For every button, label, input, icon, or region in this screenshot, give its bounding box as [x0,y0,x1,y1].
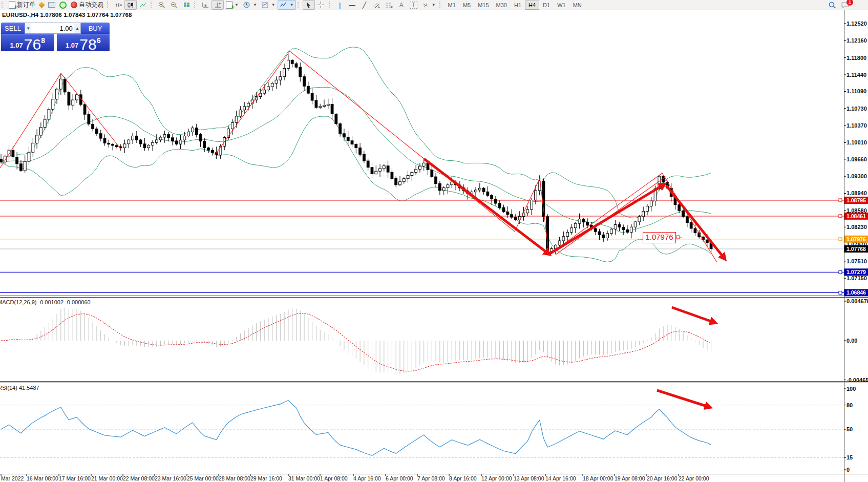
new-chart-icon [226,1,232,9]
buy-price-button[interactable]: 1.07 78 6 [57,34,110,51]
macd-panel[interactable] [0,297,844,381]
volume-input[interactable] [31,23,74,33]
volume-decrease-button[interactable]: ▼ [25,23,31,33]
diamond-icon [38,2,45,8]
tile-windows-icon [182,1,190,9]
rsi-panel[interactable] [0,383,844,474]
text-label-tool[interactable]: T [408,0,419,10]
cursor-icon [305,1,313,9]
line-chart-icon [139,1,147,9]
tile-windows-button[interactable] [180,0,193,10]
clock-icon [243,1,251,9]
toolbar-grip [194,2,197,8]
svg-text:F: F [391,6,393,8]
notification-badge: 1 [846,0,853,6]
chart-shift-icon [214,1,222,9]
indicators-button[interactable]: ▼ [278,0,296,10]
zoom-in-icon [158,1,166,9]
sell-price-button[interactable]: 1.07 76 8 [1,34,54,51]
horizontal-line-tool[interactable]: — [346,0,358,10]
zoom-out-icon [170,1,178,9]
candle-chart-mode-button[interactable] [124,0,137,10]
auto-scroll-button[interactable] [199,0,211,10]
fibonacci-tool[interactable]: F [383,0,395,10]
toolbar-grip [329,2,332,8]
crosshair-tool-button[interactable] [315,0,327,10]
horizontal-line-icon: — [348,1,356,9]
market-watch-button[interactable] [46,0,57,10]
tab-timeframe-w1[interactable]: W1 [554,1,569,10]
new-order-button[interactable]: 新订单 [7,0,37,10]
tab-timeframe-m30[interactable]: M30 [493,1,511,10]
toolbar-grip [439,2,442,8]
tab-timeframe-h1[interactable]: H1 [511,1,525,10]
bar-chart-mode-button[interactable] [112,0,124,10]
volume-stepper: ▼ ▲ [25,23,81,34]
chevron-down-icon: ▼ [235,3,239,7]
tab-timeframe-d1[interactable]: D1 [539,1,554,10]
search-icon[interactable] [828,1,836,9]
time-axis[interactable] [0,474,844,482]
chevron-down-icon: ▼ [432,3,436,7]
rsi-legend: RSI(14) 41.5487 [0,385,39,391]
equidistant-channel-tool[interactable]: E [371,0,383,10]
new-order-label: 新订单 [17,1,35,9]
chevron-down-icon: ▼ [271,3,276,7]
vertical-line-icon: | [336,1,344,9]
main-price-panel[interactable] [0,10,844,296]
trendline-tool[interactable]: ╱ [358,0,371,10]
auto-trading-icon [71,2,77,8]
macd-legend: MACD(12,26,9) -0.001002 -0.000060 [0,299,91,305]
tab-timeframe-m5[interactable]: M5 [459,1,474,10]
price-axis[interactable] [844,10,868,482]
volume-increase-button[interactable]: ▲ [74,23,80,33]
templates-button[interactable]: ▼ [259,0,278,10]
new-order-icon [9,1,15,9]
indicators-icon [280,1,288,9]
sell-price-big: 76 [24,37,41,51]
chat-button[interactable]: 1 [841,1,850,9]
auto-scroll-icon [201,1,209,9]
cursor-tool-button[interactable] [303,0,315,10]
monitor-icon [48,2,55,8]
zoom-out-button[interactable] [168,0,180,10]
top-toolbar: 新订单 自动交易 ▼ ▼ ▼ ▼ | — ╱ E F A T ▼ M1 M5 M… [0,0,868,10]
toolbar-grip [298,2,301,8]
sell-price-sup: 8 [41,36,45,45]
chart-shift-button[interactable] [211,0,224,10]
sell-button[interactable]: SELL [1,23,25,34]
line-chart-mode-button[interactable] [137,0,149,10]
periods-button[interactable]: ▼ [241,0,259,10]
chart-window[interactable] [0,10,868,482]
buy-button[interactable]: BUY [81,23,110,34]
price-callout[interactable]: 1.07976 [643,232,676,243]
auto-trading-button[interactable]: 自动交易 [69,0,105,10]
tab-timeframe-h4[interactable]: H4 [525,1,539,10]
buy-price-big: 78 [79,37,96,51]
crosshair-icon [317,1,325,9]
signals-button[interactable] [57,0,69,10]
chart-title: EURUSD-,H4 1.07806 1.07843 1.07764 1.077… [2,12,132,18]
one-click-trading-panel: SELL ▼ ▲ BUY 1.07 76 8 1.07 78 6 [1,23,110,51]
zoom-in-button[interactable] [156,0,168,10]
candlestick-icon [126,1,135,9]
new-chart-button[interactable]: ▼ [224,0,241,10]
styles-button[interactable] [37,0,46,10]
template-icon [261,1,269,9]
tab-timeframe-m1[interactable]: M1 [444,1,459,10]
vertical-line-tool[interactable]: | [334,0,346,10]
tab-timeframe-m15[interactable]: M15 [474,1,492,10]
arrows-tool[interactable]: ▼ [419,0,438,10]
buy-price-sup: 6 [97,36,101,45]
chevron-down-icon: ▼ [253,3,257,7]
text-label-icon: T [410,2,417,9]
trendline-icon: ╱ [361,1,369,9]
buy-price-prefix: 1.07 [66,41,78,49]
svg-text:E: E [378,5,380,8]
chevron-down-icon: ▼ [290,3,294,7]
tab-timeframe-mn[interactable]: MN [569,1,585,10]
arrows-icon [421,1,430,9]
toolbar-grip [2,2,5,8]
fibonacci-icon: F [385,1,393,9]
text-tool[interactable]: A [395,0,408,10]
